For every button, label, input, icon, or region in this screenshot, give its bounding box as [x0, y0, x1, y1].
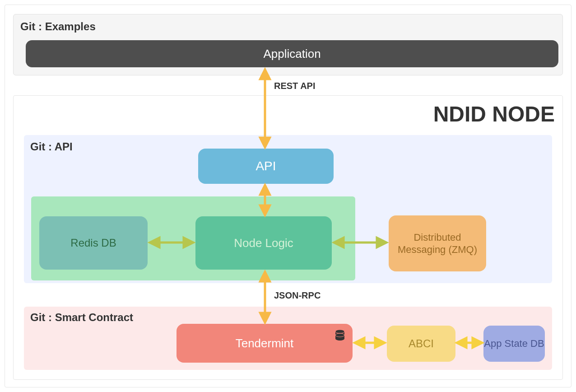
- diagram-canvas: Git : Examples Application REST API NDID…: [5, 5, 571, 387]
- arrows-layer: [5, 5, 572, 388]
